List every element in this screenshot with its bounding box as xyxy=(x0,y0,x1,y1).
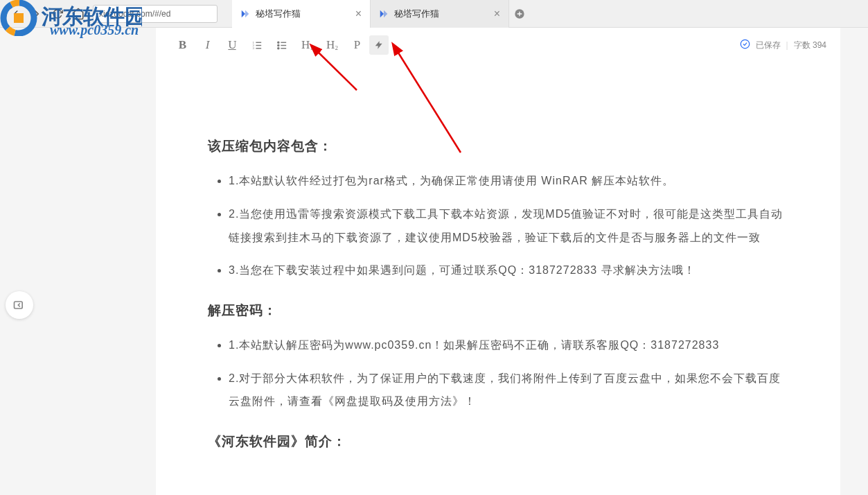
paragraph-button[interactable]: P xyxy=(344,33,369,58)
add-tab-button[interactable] xyxy=(509,3,530,24)
editor-panel: B I U 123 H1 H2 P 已保存 | 字数 394 该压缩包内容包含：… xyxy=(156,28,840,495)
drawer-toggle-button[interactable] xyxy=(6,291,33,319)
url-input[interactable]: xiezuocat.com/#/ed xyxy=(93,5,218,23)
list-item: 2.对于部分大体积软件，为了保证用户的下载速度，我们将附件上传到了百度云盘中，如… xyxy=(229,367,788,413)
divider: | xyxy=(786,40,788,50)
list-password: 1.本站默认解压密码为www.pc0359.cn！如果解压密码不正确，请联系客服… xyxy=(208,333,788,413)
content-region: B I U 123 H1 H2 P 已保存 | 字数 394 该压缩包内容包含：… xyxy=(0,28,868,495)
underline-button[interactable]: U xyxy=(220,33,245,58)
h1-button[interactable]: H1 xyxy=(294,33,319,58)
tab-label: 秘塔写作猫 xyxy=(256,8,350,20)
italic-button[interactable]: I xyxy=(195,33,220,58)
svg-point-15 xyxy=(277,42,278,43)
close-icon[interactable]: × xyxy=(355,8,362,20)
heading-password: 解压密码： xyxy=(208,300,788,321)
list-package: 1.本站默认软件经过打包为rar格式，为确保正常使用请使用 WinRAR 解压本… xyxy=(208,169,788,281)
heading-package-contents: 该压缩包内容包含： xyxy=(208,136,788,157)
close-icon[interactable]: × xyxy=(494,8,500,20)
svg-text:3: 3 xyxy=(252,46,254,50)
tab-label: 秘塔写作猫 xyxy=(394,8,488,20)
tab-favicon xyxy=(379,9,389,19)
list-item: 1.本站默认解压密码为www.pc0359.cn！如果解压密码不正确，请联系客服… xyxy=(229,333,788,357)
tab-inactive[interactable]: 秘塔写作猫 × xyxy=(371,0,509,28)
svg-point-17 xyxy=(277,47,278,49)
back-button[interactable] xyxy=(8,6,24,22)
format-toolbar: B I U 123 H1 H2 P 已保存 | 字数 394 xyxy=(156,28,840,62)
list-item: 2.当您使用迅雷等搜索资源模式下载工具下载本站资源，发现MD5值验证不对时，很可… xyxy=(229,202,788,249)
saved-label: 已保存 xyxy=(756,40,781,51)
list-item: 1.本站默认软件经过打包为rar格式，为确保正常使用请使用 WinRAR 解压本… xyxy=(229,169,788,193)
tab-favicon xyxy=(240,9,250,19)
forward-button[interactable] xyxy=(28,6,45,22)
reload-button[interactable] xyxy=(49,6,66,22)
word-count: 字数 394 xyxy=(794,40,826,51)
svg-point-18 xyxy=(741,40,750,49)
h2-button[interactable]: H2 xyxy=(319,33,344,58)
ordered-list-button[interactable]: 123 xyxy=(245,33,269,58)
ai-assist-button[interactable] xyxy=(369,35,389,55)
status-bar: 已保存 | 字数 394 xyxy=(740,39,826,51)
tab-active[interactable]: 秘塔写作猫 × xyxy=(232,0,371,28)
list-item: 3.当您在下载安装过程中如果遇到问题，可通过联系QQ：3187272833 寻求… xyxy=(229,259,788,282)
document-body[interactable]: 该压缩包内容包含： 1.本站默认软件经过打包为rar格式，为确保正常使用请使用 … xyxy=(156,62,840,495)
svg-point-16 xyxy=(277,44,278,46)
saved-icon xyxy=(740,39,750,51)
home-button[interactable] xyxy=(70,6,87,22)
heading-intro: 《河东软件园》简介： xyxy=(208,431,788,452)
unordered-list-button[interactable] xyxy=(269,33,294,58)
bold-button[interactable]: B xyxy=(170,33,195,58)
tab-strip: 秘塔写作猫 × 秘塔写作猫 × xyxy=(232,0,530,28)
